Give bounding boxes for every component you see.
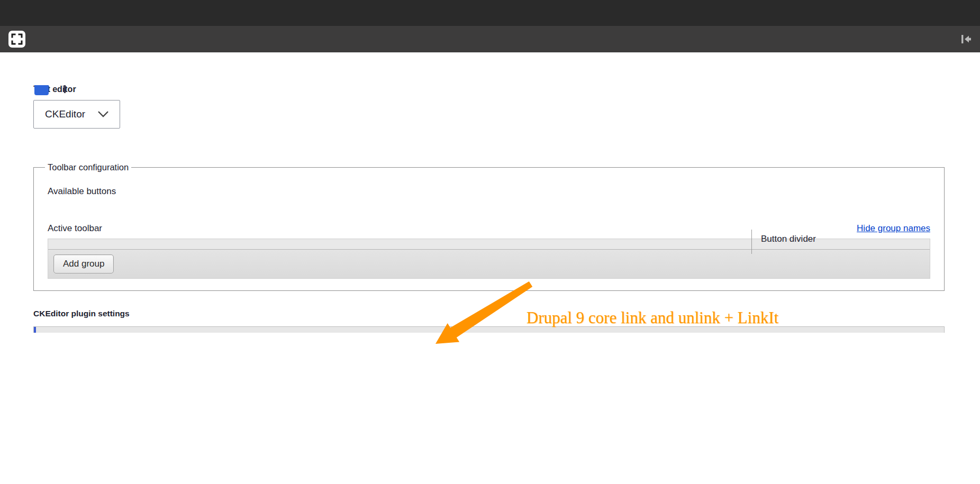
toolbar-collapse-icon[interactable] bbox=[960, 26, 973, 52]
partial-label-fragment bbox=[64, 85, 66, 93]
admin-menu-bar bbox=[0, 26, 980, 52]
escape-admin-icon[interactable] bbox=[7, 30, 26, 49]
text-editor-value: CKEditor bbox=[45, 108, 85, 120]
chevron-down-icon bbox=[97, 111, 109, 118]
button-divider-label: Button divider bbox=[761, 234, 816, 244]
text-editor-select[interactable]: CKEditor bbox=[33, 100, 120, 129]
fieldset-legend: Toolbar configuration bbox=[45, 162, 131, 172]
hide-group-names-link[interactable]: Hide group names bbox=[857, 223, 930, 234]
add-group-button[interactable]: Add group bbox=[53, 254, 114, 273]
vertical-tabs-partial bbox=[33, 326, 945, 333]
toolbar-row-2: Add group bbox=[48, 249, 930, 278]
main-content: Text editor CKEditor Toolbar configurati… bbox=[0, 85, 980, 333]
vertical-tab-accent bbox=[34, 327, 36, 333]
admin-toolbar bbox=[0, 0, 980, 26]
toolbar-configuration-fieldset: Toolbar configuration Available buttons … bbox=[33, 162, 945, 291]
partial-checkbox[interactable] bbox=[34, 85, 49, 95]
active-toolbar-label: Active toolbar bbox=[48, 223, 102, 234]
text-editor-label: Text editor bbox=[33, 85, 945, 94]
available-buttons-label: Available buttons bbox=[48, 186, 930, 197]
button-divider-sample[interactable] bbox=[751, 230, 752, 254]
active-toolbar-area: Add group bbox=[48, 239, 930, 279]
ckeditor-plugin-settings-label: CKEditor plugin settings bbox=[33, 309, 945, 318]
